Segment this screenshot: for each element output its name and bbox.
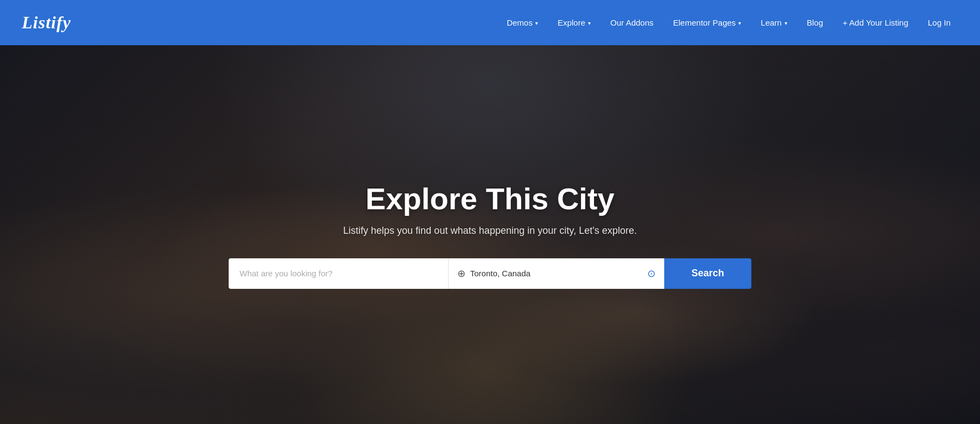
hero-title: Explore This City (229, 181, 751, 216)
search-keyword-input[interactable] (229, 258, 448, 289)
chevron-down-icon: ▾ (588, 20, 591, 26)
nav-item-demos: Demos ▾ (499, 14, 546, 32)
crosshair-icon: ⊕ (457, 268, 465, 280)
nav-link-addons[interactable]: Our Addons (603, 14, 661, 32)
main-nav: Listify Demos ▾ Explore ▾ Our Addons Ele… (0, 0, 980, 45)
nav-links: Demos ▾ Explore ▾ Our Addons Elementor P… (499, 14, 958, 32)
login-link[interactable]: Log In (920, 14, 958, 32)
nav-item-add-listing: + Add Your Listing (835, 14, 916, 32)
add-listing-link[interactable]: + Add Your Listing (835, 14, 916, 32)
nav-link-elementor[interactable]: Elementor Pages ▾ (665, 14, 749, 32)
nav-item-addons: Our Addons (603, 14, 661, 32)
search-location-wrapper: ⊕ ⊙ (448, 258, 664, 289)
nav-item-elementor: Elementor Pages ▾ (665, 14, 749, 32)
nav-link-demos[interactable]: Demos ▾ (499, 14, 546, 32)
nav-link-learn[interactable]: Learn ▾ (753, 14, 794, 32)
search-bar: ⊕ ⊙ Search (229, 258, 751, 289)
hero-content: Explore This City Listify helps you find… (207, 181, 773, 289)
nav-item-blog: Blog (799, 14, 831, 32)
site-logo[interactable]: Listify (22, 13, 71, 33)
nav-link-explore[interactable]: Explore ▾ (550, 14, 598, 32)
nav-item-explore: Explore ▾ (550, 14, 598, 32)
search-location-input[interactable] (470, 269, 642, 278)
hero-section: Explore This City Listify helps you find… (0, 45, 980, 424)
nav-link-blog[interactable]: Blog (799, 14, 831, 32)
nav-item-login: Log In (920, 14, 958, 32)
chevron-down-icon: ▾ (738, 20, 741, 26)
search-button[interactable]: Search (664, 258, 751, 289)
chevron-down-icon: ▾ (785, 20, 787, 26)
gps-icon[interactable]: ⊙ (647, 268, 656, 280)
chevron-down-icon: ▾ (535, 20, 538, 26)
hero-subtitle: Listify helps you find out whats happeni… (229, 225, 751, 237)
nav-item-learn: Learn ▾ (753, 14, 794, 32)
